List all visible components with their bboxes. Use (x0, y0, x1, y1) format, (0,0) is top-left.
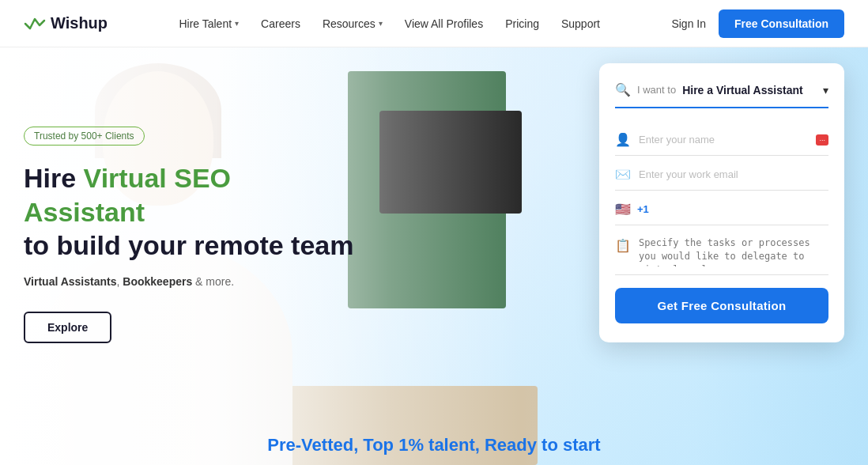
sign-in-button[interactable]: Sign In (671, 17, 706, 30)
phone-flag: 🇺🇸 (615, 202, 631, 217)
nav-resources[interactable]: Resources ▾ (323, 17, 383, 30)
chevron-down-icon: ▾ (235, 19, 239, 28)
explore-button[interactable]: Explore (24, 312, 111, 343)
chevron-down-icon-2: ▾ (379, 19, 383, 28)
navbar: Wishup Hire Talent ▾ Careers Resources ▾… (0, 0, 868, 47)
phone-code: +1 (637, 203, 649, 215)
logo[interactable]: Wishup (24, 14, 108, 32)
nav-careers[interactable]: Careers (261, 17, 300, 30)
hero-subtext: Virtual Assistants, Bookkeepers & more. (24, 275, 356, 288)
hero-heading: Hire Virtual SEO Assistantto build your … (24, 161, 356, 263)
tasks-icon: 📋 (615, 236, 631, 267)
get-consultation-button[interactable]: Get Free Consultation (615, 288, 828, 323)
bottom-tagline: Pre-Vetted, Top 1% talent, Ready to star… (0, 435, 868, 456)
hero-section: Trusted by 500+ Clients Hire Virtual SEO… (0, 47, 868, 465)
nav-view-all-profiles[interactable]: View All Profiles (405, 17, 483, 30)
search-circle-icon: 🔍 (615, 82, 631, 97)
trusted-badge: Trusted by 500+ Clients (24, 127, 145, 146)
nav-right: Sign In Free Consultation (671, 9, 844, 38)
name-field-row: 👤 ··· (615, 124, 828, 156)
chevron-down-icon-form: ▾ (823, 84, 828, 96)
free-consultation-nav-button[interactable]: Free Consultation (719, 9, 844, 38)
name-input[interactable] (639, 134, 808, 146)
email-input[interactable] (639, 168, 828, 180)
nav-links: Hire Talent ▾ Careers Resources ▾ View A… (179, 17, 600, 30)
hero-text-block: Trusted by 500+ Clients Hire Virtual SEO… (24, 79, 356, 343)
email-field-row: ✉️ (615, 159, 828, 191)
phone-input[interactable] (655, 203, 828, 215)
email-icon: ✉️ (615, 167, 631, 182)
nav-pricing[interactable]: Pricing (505, 17, 539, 30)
name-badge: ··· (816, 134, 828, 146)
logo-icon (24, 16, 46, 32)
tasks-textarea[interactable] (639, 236, 828, 267)
logo-text: Wishup (51, 14, 108, 32)
consultation-form: 🔍 I want to Hire a Virtual Assistant ▾ 👤… (599, 63, 844, 342)
nav-hire-talent[interactable]: Hire Talent ▾ (179, 17, 239, 30)
form-intent-row[interactable]: 🔍 I want to Hire a Virtual Assistant ▾ (615, 82, 828, 108)
phone-field-row: 🇺🇸 +1 (615, 194, 828, 225)
nav-support[interactable]: Support (561, 17, 600, 30)
tasks-field-row: 📋 (615, 229, 828, 275)
person-icon: 👤 (615, 132, 631, 147)
